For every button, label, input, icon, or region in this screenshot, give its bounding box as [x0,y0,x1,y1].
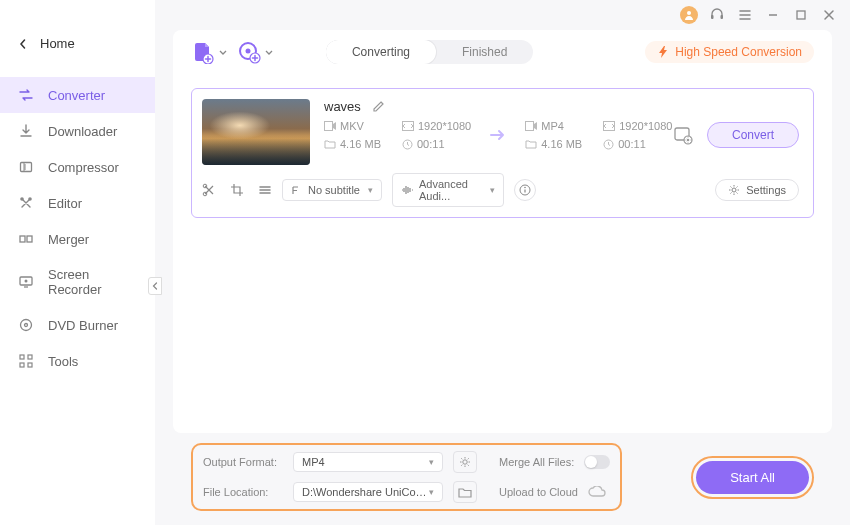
sidebar-item-label: Screen Recorder [48,267,137,297]
dvd-burner-icon [18,317,34,333]
svg-rect-10 [28,355,32,359]
svg-point-7 [21,320,32,331]
output-settings-button[interactable] [453,451,477,473]
output-format-dropdown[interactable]: MP4 ▾ [293,452,443,472]
resolution-icon [603,121,615,131]
svg-rect-14 [711,15,714,19]
titlebar [155,0,850,30]
footer: Output Format: MP4 ▾ Merge All Files: [173,433,832,525]
svg-point-13 [687,11,691,15]
convert-button[interactable]: Convert [707,122,799,148]
add-file-button[interactable] [191,40,215,64]
sidebar-item-dvd-burner[interactable]: DVD Burner [0,307,155,343]
subtitle-dropdown[interactable]: No subtitle ▾ [282,179,382,201]
audio-dropdown[interactable]: Advanced Audi... ▾ [392,173,504,207]
chevron-down-icon: ▾ [368,185,373,195]
video-thumbnail[interactable] [202,99,310,165]
cloud-icon[interactable] [588,486,606,498]
chevron-left-icon [18,39,28,49]
sidebar-item-screen-recorder[interactable]: Screen Recorder [0,257,155,307]
home-label: Home [40,36,75,51]
compressor-icon [18,159,34,175]
src-resolution: 1920*1080 [402,120,471,132]
src-duration: 00:11 [402,138,470,150]
folder-icon [525,139,537,149]
browse-folder-button[interactable] [453,481,477,503]
svg-rect-9 [20,355,24,359]
clock-icon [402,139,413,150]
headset-icon[interactable] [708,6,726,24]
svg-point-1 [20,197,24,201]
clock-icon [603,139,614,150]
svg-rect-21 [325,122,333,131]
back-home[interactable]: Home [0,28,155,59]
content-card: Converting Finished High Speed Conversio… [173,30,832,433]
trim-icon[interactable] [202,183,216,197]
footer-highlight: Output Format: MP4 ▾ Merge All Files: [191,443,622,511]
svg-rect-24 [526,122,534,131]
audio-icon [401,185,413,195]
merge-label: Merge All Files: [499,456,574,468]
upload-cloud-label: Upload to Cloud [499,486,578,498]
svg-point-19 [246,49,251,54]
merger-icon [18,231,34,247]
sidebar-item-label: DVD Burner [48,318,118,333]
output-format-label: Output Format: [203,456,283,468]
file-location-dropdown[interactable]: D:\Wondershare UniConverter 1 ▾ [293,482,443,502]
sidebar-item-tools[interactable]: Tools [0,343,155,379]
converter-icon [18,87,34,103]
start-all-button[interactable]: Start All [696,461,809,494]
tab-finished[interactable]: Finished [436,40,533,64]
start-all-highlight: Start All [691,456,814,499]
effect-icon[interactable] [258,183,272,197]
svg-rect-25 [604,122,615,131]
arrow-right-icon [489,128,507,142]
src-size: 4.16 MB [324,138,392,150]
sidebar-item-label: Converter [48,88,105,103]
svg-point-2 [28,197,32,201]
svg-rect-15 [721,15,724,19]
main: Converting Finished High Speed Conversio… [155,0,850,525]
sidebar-item-merger[interactable]: Merger [0,221,155,257]
sidebar-item-label: Tools [48,354,78,369]
gear-icon [728,184,740,196]
sidebar-item-converter[interactable]: Converter [0,77,155,113]
sidebar-item-label: Editor [48,196,82,211]
sidebar-item-label: Downloader [48,124,117,139]
svg-point-6 [25,280,28,283]
info-icon[interactable] [514,179,536,201]
minimize-icon[interactable] [764,6,782,24]
sidebar-item-label: Compressor [48,160,119,175]
tab-converting[interactable]: Converting [326,40,436,64]
sidebar-item-compressor[interactable]: Compressor [0,149,155,185]
tools-icon [18,353,34,369]
video-icon [525,121,537,131]
output-settings-icon[interactable] [673,125,693,145]
chevron-down-icon: ▾ [429,457,434,467]
downloader-icon [18,123,34,139]
screen-recorder-icon [18,274,34,290]
add-from-disc-button[interactable] [237,40,261,64]
svg-point-29 [687,139,690,142]
dst-duration: 00:11 [603,138,671,150]
sidebar-item-editor[interactable]: Editor [0,185,155,221]
dst-resolution: 1920*1080 [603,120,672,132]
svg-rect-11 [20,363,24,367]
high-speed-conversion[interactable]: High Speed Conversion [645,41,814,63]
menu-icon[interactable] [736,6,754,24]
avatar[interactable] [680,6,698,24]
src-format: MKV [324,120,392,132]
close-icon[interactable] [820,6,838,24]
resolution-icon [402,121,414,131]
item-settings-button[interactable]: Settings [715,179,799,201]
merge-toggle[interactable] [584,455,610,469]
crop-icon[interactable] [230,183,244,197]
svg-rect-16 [797,11,805,19]
lightning-icon [657,45,669,59]
edit-name-icon[interactable] [371,100,385,114]
editor-icon [18,195,34,211]
sidebar-item-downloader[interactable]: Downloader [0,113,155,149]
subtitle-icon [291,185,302,196]
maximize-icon[interactable] [792,6,810,24]
svg-point-33 [524,187,526,189]
